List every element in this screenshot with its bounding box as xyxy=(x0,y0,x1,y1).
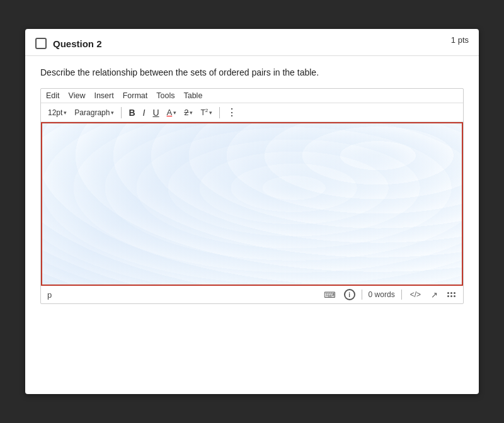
grid-dots-button[interactable] xyxy=(446,291,457,298)
menu-table[interactable]: Table xyxy=(183,91,202,100)
strikethrough-button[interactable]: 2 ▾ xyxy=(182,107,195,118)
question-text: Describe the relationship between the se… xyxy=(40,66,464,79)
paragraph-selector[interactable]: Paragraph ▾ xyxy=(72,108,116,118)
toolbar-separator-2 xyxy=(219,107,220,118)
superscript-icon: T2 xyxy=(200,108,208,117)
status-separator-2 xyxy=(401,290,402,300)
question-header: Question 2 xyxy=(25,29,479,56)
editor-statusbar: p ⌨ i 0 words </> xyxy=(41,286,463,303)
menu-insert[interactable]: Insert xyxy=(94,91,113,100)
superscript-chevron: ▾ xyxy=(209,110,212,116)
pts-badge: 1 pts xyxy=(451,35,469,45)
menu-edit[interactable]: Edit xyxy=(46,91,60,100)
bold-button[interactable]: B xyxy=(127,107,137,118)
font-color-icon: A xyxy=(167,108,173,117)
editor-menubar: Edit View Insert Format Tools Table xyxy=(41,89,463,103)
font-color-button[interactable]: A ▾ xyxy=(165,107,179,118)
italic-button[interactable]: I xyxy=(141,107,147,118)
expand-icon: ↗ xyxy=(431,290,438,300)
dots-row-1 xyxy=(447,292,455,294)
rich-text-editor[interactable]: Edit View Insert Format Tools Table 12pt… xyxy=(40,88,464,304)
code-view-icon: </> xyxy=(410,290,421,299)
strikethrough-icon: 2 xyxy=(184,108,188,117)
paragraph-value: Paragraph xyxy=(74,108,110,117)
underline-icon: U xyxy=(152,108,159,118)
font-size-value: 12pt xyxy=(48,108,62,117)
italic-icon: I xyxy=(143,108,146,118)
font-size-chevron: ▾ xyxy=(64,110,67,116)
accessibility-button[interactable]: i xyxy=(344,289,355,300)
question-icon xyxy=(35,38,47,49)
font-color-chevron: ▾ xyxy=(173,110,176,116)
bold-icon: B xyxy=(129,108,135,118)
menu-tools[interactable]: Tools xyxy=(156,91,175,100)
accessibility-icon: i xyxy=(348,291,350,298)
editor-toolbar: 12pt ▾ Paragraph ▾ B I xyxy=(41,103,463,122)
menu-format[interactable]: Format xyxy=(123,91,148,100)
status-icons: ⌨ i 0 words </> ↗ xyxy=(322,289,457,300)
keyboard-icon: ⌨ xyxy=(324,290,336,300)
code-view-button[interactable]: </> xyxy=(408,290,423,300)
toolbar-separator-1 xyxy=(121,107,122,118)
paragraph-chevron: ▾ xyxy=(111,110,114,116)
more-options-button[interactable]: ⋮ xyxy=(225,106,239,119)
keyboard-button[interactable]: ⌨ xyxy=(322,290,338,300)
underline-button[interactable]: U xyxy=(151,107,161,118)
dots-row-2 xyxy=(447,295,455,297)
block-type-label: p xyxy=(47,290,52,300)
word-count-label: 0 words xyxy=(369,290,395,299)
question-title: Question 2 xyxy=(53,38,102,49)
expand-button[interactable]: ↗ xyxy=(429,290,440,300)
status-separator xyxy=(362,290,362,300)
editor-content-area[interactable] xyxy=(41,122,463,286)
question-card: 1 pts Question 2 Describe the relationsh… xyxy=(25,29,479,394)
superscript-button[interactable]: T2 ▾ xyxy=(198,107,214,118)
font-size-selector[interactable]: 12pt ▾ xyxy=(46,108,69,118)
question-body: Describe the relationship between the se… xyxy=(25,56,479,309)
menu-view[interactable]: View xyxy=(69,91,86,100)
strikethrough-chevron: ▾ xyxy=(190,110,193,116)
more-options-icon: ⋮ xyxy=(227,106,238,118)
